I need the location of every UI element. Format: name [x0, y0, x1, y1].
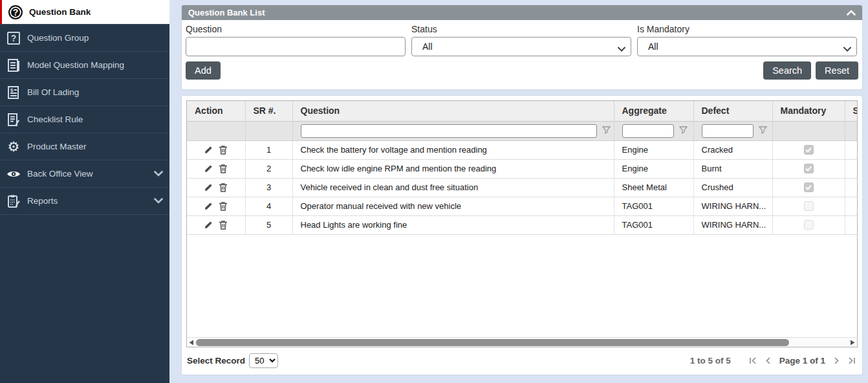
sidebar-item-reports[interactable]: Reports [0, 188, 169, 215]
column-header-status: S [845, 101, 858, 121]
mandatory-checkbox[interactable] [804, 201, 814, 211]
question-cell: Head Lights are working fine [292, 215, 614, 234]
search-button[interactable]: Search [763, 61, 811, 80]
delete-icon[interactable] [219, 201, 228, 211]
delete-icon[interactable] [219, 164, 228, 173]
sidebar-item-label: Model Question Mapping [27, 60, 163, 70]
mandatory-checkbox[interactable] [804, 182, 814, 192]
sr-cell: 4 [245, 197, 292, 215]
clipboard-edit-icon [5, 193, 22, 209]
question-circle-icon: ? [7, 5, 24, 20]
first-page-icon[interactable] [749, 357, 757, 364]
table-header-row: Action SR #. Question Aggregate Defect M… [187, 101, 858, 121]
sidebar-item-label: Question Group [27, 33, 163, 43]
page-indicator: Page 1 of 1 [779, 356, 825, 366]
column-header-defect: Defect [693, 101, 772, 121]
sidebar-item-checklist-rule[interactable]: Checklist Rule [0, 106, 169, 133]
filter-funnel-icon[interactable] [759, 126, 767, 136]
edit-icon[interactable] [204, 146, 213, 155]
mandatory-filter-label: Is Mandatory [637, 24, 857, 34]
sr-cell: 1 [245, 140, 292, 159]
question-cell: Check the battery for voltage and mentio… [292, 140, 614, 159]
table-row: 1 Check the battery for voltage and ment… [187, 140, 858, 159]
reset-button[interactable]: Reset [816, 61, 858, 80]
scroll-right-icon[interactable] [848, 340, 857, 345]
mandatory-filter-select[interactable]: All [637, 37, 857, 56]
scroll-left-icon[interactable] [187, 340, 196, 345]
last-page-icon[interactable] [848, 357, 856, 364]
defect-cell: WIRING HARN... [693, 215, 772, 234]
table-row: 4 Operator manual received with new vehi… [187, 197, 858, 215]
question-cell: Operator manual received with new vehicl… [292, 197, 614, 215]
question-cell: Check low idle engine RPM and mention th… [292, 159, 614, 178]
sidebar: ? Question Bank ? Question Group Model Q… [0, 0, 169, 383]
aggregate-cell: TAG001 [614, 215, 693, 234]
column-filter-row [187, 121, 858, 140]
mandatory-checkbox[interactable] [804, 164, 814, 173]
chevron-down-icon [154, 169, 163, 179]
sidebar-item-label: Product Master [27, 142, 163, 151]
eye-icon [5, 166, 22, 182]
horizontal-scrollbar[interactable] [187, 337, 857, 347]
status-filter-select[interactable]: All [411, 37, 631, 56]
panel-title: Question Bank List [188, 8, 265, 17]
document-edit-icon [5, 112, 22, 127]
mandatory-checkbox[interactable] [804, 220, 814, 230]
defect-cell: WIRING HARN... [693, 197, 772, 215]
collapse-panel-icon[interactable] [847, 10, 856, 16]
filter-panel: Question Bank List Question Status All [182, 5, 862, 89]
delete-icon[interactable] [219, 220, 228, 230]
sidebar-item-question-group[interactable]: ? Question Group [0, 25, 169, 52]
scrollbar-thumb[interactable] [196, 339, 789, 346]
next-page-icon[interactable] [834, 357, 840, 364]
question-column-filter-input[interactable] [301, 124, 597, 138]
sidebar-item-label: Question Bank [29, 7, 163, 17]
status-filter-label: Status [411, 24, 631, 34]
main-content: Question Bank List Question Status All [169, 0, 868, 383]
column-header-sr: SR #. [245, 101, 292, 121]
sidebar-item-label: Reports [27, 196, 154, 206]
edit-icon[interactable] [204, 221, 213, 230]
sr-cell: 2 [245, 159, 292, 178]
question-square-icon: ? [5, 30, 22, 46]
filter-funnel-icon[interactable] [602, 126, 611, 136]
previous-page-icon[interactable] [765, 357, 771, 364]
edit-icon[interactable] [204, 164, 213, 173]
column-header-question: Question [292, 101, 614, 121]
aggregate-cell: Engine [614, 159, 693, 178]
document-lines-icon [5, 58, 22, 73]
delete-icon[interactable] [219, 145, 228, 155]
select-record-dropdown[interactable]: 50 [249, 353, 278, 368]
question-bank-table: Action SR #. Question Aggregate Defect M… [187, 101, 858, 235]
delete-icon[interactable] [219, 182, 228, 192]
table-row: 2 Check low idle engine RPM and mention … [187, 159, 858, 178]
sr-cell: 3 [245, 178, 292, 197]
sidebar-item-back-office-view[interactable]: Back Office View [0, 160, 169, 188]
scrollbar-track[interactable] [196, 339, 848, 346]
panel-header: Question Bank List [182, 5, 862, 20]
sidebar-item-question-bank[interactable]: ? Question Bank [0, 0, 169, 25]
pagination: Page 1 of 1 [749, 356, 856, 366]
sidebar-item-product-master[interactable]: ⚙ Product Master [0, 133, 169, 160]
table-row: 3 Vehicle received in clean and dust fre… [187, 178, 858, 197]
mandatory-checkbox[interactable] [804, 145, 814, 155]
sidebar-item-model-question-mapping[interactable]: Model Question Mapping [0, 52, 169, 79]
defect-cell: Crushed [693, 178, 772, 197]
column-header-mandatory: Mandatory [772, 101, 845, 121]
aggregate-cell: TAG001 [614, 197, 693, 215]
chevron-down-icon [154, 196, 163, 206]
defect-cell: Burnt [693, 159, 772, 178]
sidebar-item-bill-of-lading[interactable]: $ Bill Of Lading [0, 79, 169, 106]
filter-funnel-icon[interactable] [679, 126, 688, 136]
edit-icon[interactable] [204, 202, 213, 211]
question-filter-input[interactable] [186, 37, 406, 56]
sidebar-item-label: Checklist Rule [27, 115, 163, 124]
aggregate-column-filter-input[interactable] [622, 124, 674, 138]
svg-text:$: $ [10, 87, 14, 93]
sidebar-item-label: Back Office View [27, 169, 154, 179]
table-panel: Action SR #. Question Aggregate Defect M… [182, 96, 862, 375]
edit-icon[interactable] [204, 183, 213, 192]
add-button[interactable]: Add [186, 61, 221, 80]
column-header-aggregate: Aggregate [614, 101, 693, 121]
defect-column-filter-input[interactable] [702, 124, 754, 138]
